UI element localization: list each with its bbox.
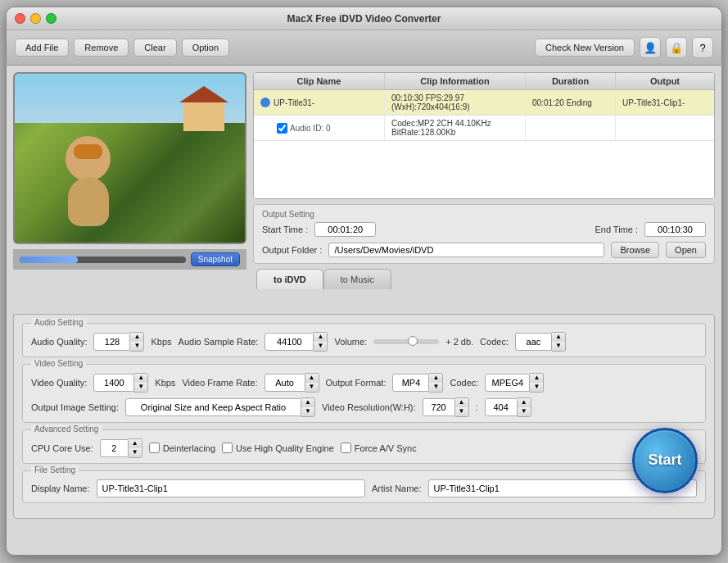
audio-quality-up[interactable]: ▲ [130, 333, 143, 342]
image-setting-buttons: ▲ ▼ [301, 397, 315, 417]
col-clip-name: Clip Name [254, 73, 385, 89]
deinterlacing-label[interactable]: Deinterlacing [149, 443, 215, 453]
res-width-input[interactable] [423, 398, 455, 416]
close-button[interactable] [15, 13, 25, 24]
cpu-down[interactable]: ▼ [129, 448, 142, 457]
format-up[interactable]: ▲ [429, 374, 442, 383]
clear-button[interactable]: Clear [133, 39, 176, 57]
table-empty-area [254, 141, 714, 198]
cpu-up[interactable]: ▲ [129, 439, 142, 448]
title-bar: MacX Free iDVD Video Converter [7, 7, 721, 30]
audio-quality-input[interactable] [93, 333, 130, 351]
browse-button[interactable]: Browse [611, 242, 659, 258]
image-setting-down[interactable]: ▼ [301, 407, 314, 416]
maximize-button[interactable] [46, 13, 57, 24]
video-frame-rate-input[interactable] [265, 374, 305, 392]
display-name-input[interactable] [97, 479, 365, 497]
av-sync-label[interactable]: Force A/V Sync [341, 443, 417, 453]
deinterlacing-checkbox[interactable] [149, 443, 160, 453]
res-width-up[interactable]: ▲ [455, 398, 468, 407]
user-icon-button[interactable]: 👤 [640, 37, 661, 58]
table-header: Clip Name Clip Information Duration Outp… [254, 73, 714, 90]
start-time-input[interactable] [314, 222, 376, 237]
high-quality-checkbox[interactable] [222, 443, 233, 453]
audio-codec-buttons: ▲ ▼ [552, 332, 566, 352]
audio-checkbox[interactable] [277, 123, 287, 134]
format-down[interactable]: ▼ [429, 383, 442, 392]
table-row[interactable]: UP-Title31- 00:10:30 FPS:29.97 (WxH):720… [254, 90, 714, 116]
artist-name-label: Artist Name: [372, 484, 422, 493]
video-codec-down[interactable]: ▼ [530, 383, 543, 392]
image-setting-up[interactable]: ▲ [301, 398, 314, 407]
preview-box [13, 72, 246, 244]
progress-bar[interactable] [20, 257, 186, 263]
res-height-input[interactable] [485, 398, 518, 416]
audio-codec-input[interactable] [515, 333, 552, 351]
volume-slider-container[interactable] [373, 339, 439, 344]
cpu-input[interactable] [100, 439, 129, 457]
open-button[interactable]: Open [666, 242, 706, 258]
audio-codec-stepper: ▲ ▼ [515, 332, 566, 352]
window-controls[interactable] [15, 13, 57, 24]
settings-area: Audio Setting Audio Quality: ▲ ▼ Kbps Au… [7, 314, 721, 556]
av-sync-checkbox[interactable] [341, 443, 351, 453]
frame-rate-up[interactable]: ▲ [305, 374, 319, 383]
minimize-button[interactable] [30, 13, 41, 24]
folder-input[interactable] [328, 243, 604, 257]
image-setting-stepper: ▲ ▼ [125, 397, 315, 417]
file-setting-section: File Setting Display Name: Artist Name: [22, 470, 706, 503]
option-button[interactable]: Option [182, 39, 229, 57]
advanced-row: CPU Core Use: ▲ ▼ Deinterlacing [31, 438, 697, 458]
high-quality-label[interactable]: Use High Quality Engine [222, 443, 334, 453]
check-version-button[interactable]: Check New Version [535, 39, 635, 57]
volume-label: Volume: [334, 337, 367, 347]
video-codec-label: Codec: [450, 378, 478, 388]
audio-codec-label: Codec: [480, 337, 509, 347]
volume-slider[interactable] [373, 339, 439, 344]
audio-sample-rate-buttons: ▲ ▼ [314, 332, 328, 352]
left-panel: Snapshot [13, 72, 246, 307]
audio-quality-down[interactable]: ▼ [130, 342, 143, 351]
audio-label: Audio ID: 0 [290, 124, 330, 133]
lock-icon-button[interactable]: 🔒 [666, 37, 687, 58]
clip-name-cell: UP-Title31- [254, 90, 385, 115]
audio-codec-up[interactable]: ▲ [552, 333, 565, 342]
audio-quality-label: Audio Quality: [31, 337, 87, 347]
res-height-down[interactable]: ▼ [518, 407, 531, 416]
remove-button[interactable]: Remove [74, 39, 129, 57]
audio-sample-down[interactable]: ▼ [314, 342, 327, 351]
snapshot-button[interactable]: Snapshot [191, 252, 240, 266]
audio-sample-up[interactable]: ▲ [314, 333, 327, 342]
video-quality-down[interactable]: ▼ [134, 383, 147, 392]
video-codec-buttons: ▲ ▼ [530, 373, 544, 393]
time-row: Start Time : End Time : [262, 222, 706, 237]
add-file-button[interactable]: Add File [15, 39, 69, 57]
tab-idvd[interactable]: to iDVD [256, 269, 323, 289]
col-clip-info: Clip Information [385, 73, 526, 89]
image-setting-input[interactable] [125, 398, 301, 416]
tab-music[interactable]: to Music [323, 269, 391, 289]
end-time-input[interactable] [644, 222, 706, 237]
audio-codec-down[interactable]: ▼ [552, 342, 565, 351]
frame-rate-down[interactable]: ▼ [305, 383, 319, 392]
res-width-down[interactable]: ▼ [455, 407, 468, 416]
video-codec-up[interactable]: ▲ [530, 374, 543, 383]
start-button[interactable]: Start [632, 428, 698, 493]
audio-sample-rate-input[interactable] [265, 333, 314, 351]
video-quality-stepper: ▲ ▼ [93, 373, 148, 393]
res-height-up[interactable]: ▲ [518, 398, 531, 407]
help-icon-button[interactable]: ? [692, 37, 713, 58]
res-width-stepper: ▲ ▼ [423, 397, 469, 417]
preview-controls: Snapshot [13, 249, 246, 270]
video-quality-input[interactable] [93, 374, 134, 392]
volume-thumb[interactable] [408, 336, 418, 346]
output-format-input[interactable] [392, 374, 429, 392]
video-codec-input[interactable] [485, 374, 530, 392]
preview-image [15, 74, 245, 243]
advanced-setting-section: Advanced Setting CPU Core Use: ▲ ▼ Deint… [22, 429, 706, 464]
video-quality-up[interactable]: ▲ [134, 374, 147, 383]
display-name-label: Display Name: [31, 484, 90, 493]
window-title: MacX Free iDVD Video Converter [287, 13, 441, 25]
right-panel: Clip Name Clip Information Duration Outp… [253, 72, 715, 307]
tab-bar: to iDVD to Music [253, 269, 715, 289]
